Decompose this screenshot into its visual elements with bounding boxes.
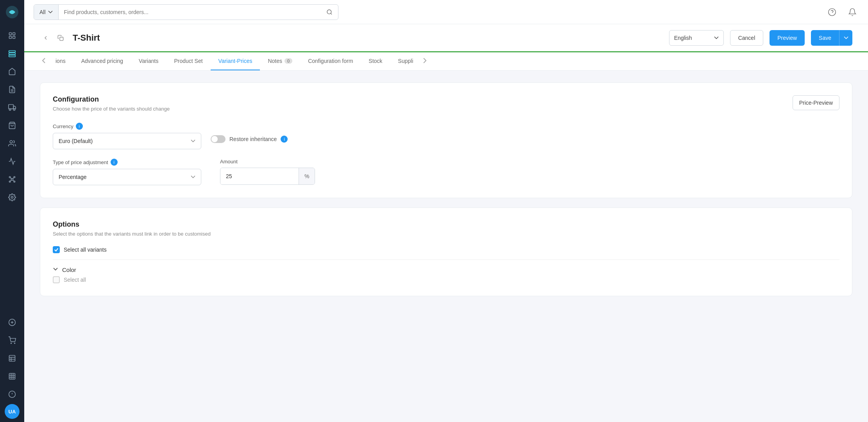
type-group: Type of price adjustment i Percentage (53, 159, 201, 185)
main-area: All (24, 0, 868, 422)
svg-point-19 (14, 181, 15, 182)
tab-ions-label: ions (55, 58, 66, 64)
chevron-down-icon (48, 10, 53, 14)
svg-rect-30 (9, 356, 15, 361)
tab-stock[interactable]: Stock (361, 52, 390, 70)
restore-info-icon[interactable]: i (281, 136, 288, 143)
tabs-bar: ions Advanced pricing Variants Product S… (24, 52, 868, 71)
svg-line-43 (331, 13, 332, 14)
duplicate-button[interactable] (55, 32, 66, 44)
search-type-button[interactable]: All (34, 5, 59, 20)
sidebar-item-reports1[interactable] (4, 350, 20, 367)
page-body: Configuration Choose how the price of th… (24, 71, 868, 422)
restore-toggle[interactable] (211, 135, 226, 143)
svg-line-20 (13, 178, 14, 179)
restore-inheritance-row: Restore inheritance i (211, 135, 288, 143)
type-info-icon[interactable]: i (111, 159, 118, 166)
preview-button[interactable]: Preview (770, 30, 805, 46)
svg-rect-3 (9, 36, 12, 39)
sidebar-item-reports2[interactable] (4, 368, 20, 384)
svg-point-29 (14, 343, 15, 344)
save-dropdown-button[interactable] (839, 30, 852, 46)
help-icon-button[interactable] (826, 6, 838, 18)
tab-variant-prices[interactable]: Variant-Prices (211, 52, 260, 70)
tab-next-arrow[interactable] (421, 52, 429, 70)
type-amount-row: Type of price adjustment i Percentage Am… (53, 159, 839, 185)
sidebar-item-promotions[interactable] (4, 153, 20, 170)
tab-advanced-pricing[interactable]: Advanced pricing (73, 52, 131, 70)
svg-line-23 (13, 180, 14, 181)
toggle-knob (211, 136, 218, 142)
notification-icon-button[interactable] (846, 6, 859, 18)
svg-rect-34 (9, 374, 15, 379)
sidebar-item-help[interactable] (4, 386, 20, 402)
language-chevron-icon (714, 36, 719, 39)
sidebar-item-catalog[interactable] (4, 45, 20, 62)
save-button[interactable]: Save (811, 30, 839, 46)
back-button[interactable] (40, 32, 52, 44)
tab-ions[interactable]: ions (48, 52, 73, 70)
tab-advanced-pricing-label: Advanced pricing (81, 58, 123, 64)
tab-configuration-form-label: Configuration form (308, 58, 353, 64)
color-section: Color Select all (53, 259, 839, 283)
top-bar: All (24, 0, 868, 24)
color-chevron-icon[interactable] (53, 266, 58, 273)
tab-variant-prices-label: Variant-Prices (218, 58, 252, 64)
sidebar-item-dashboard[interactable] (4, 27, 20, 44)
sidebar-item-delivery[interactable] (4, 99, 20, 116)
sidebar-item-content[interactable] (4, 81, 20, 98)
color-select-all-checkbox[interactable] (53, 276, 60, 283)
configuration-card-info: Configuration Choose how the price of th… (53, 95, 170, 112)
sidebar-item-store[interactable] (4, 332, 20, 349)
chevron-left-icon (43, 35, 49, 41)
page-header: T-Shirt English Cancel Preview Save (24, 24, 868, 52)
currency-select[interactable]: Euro (Default) (53, 133, 201, 149)
notes-badge: 0 (285, 58, 292, 64)
select-all-variants-row: Select all variants (53, 246, 839, 253)
configuration-card-subtitle: Choose how the price of the variants sho… (53, 106, 170, 112)
sidebar-item-integrations[interactable] (4, 171, 20, 188)
svg-point-42 (327, 10, 331, 14)
tab-notes[interactable]: Notes 0 (260, 52, 300, 70)
color-title: Color (62, 266, 76, 273)
amount-group: Amount % (220, 159, 315, 185)
tab-configuration-form[interactable]: Configuration form (300, 52, 361, 70)
sidebar-item-add[interactable] (4, 314, 20, 331)
amount-input[interactable] (220, 168, 299, 184)
tab-suppli-label: Suppli (398, 58, 413, 64)
tab-variants[interactable]: Variants (131, 52, 166, 70)
sidebar-item-settings[interactable] (4, 189, 20, 206)
price-preview-button[interactable]: Price-Preview (793, 95, 839, 110)
svg-rect-46 (60, 37, 63, 41)
tab-suppli[interactable]: Suppli (390, 52, 421, 70)
svg-point-17 (9, 177, 11, 178)
currency-group: Currency i Euro (Default) (53, 123, 201, 149)
sidebar-item-orders[interactable] (4, 117, 20, 134)
svg-point-14 (10, 141, 13, 143)
svg-point-12 (13, 109, 15, 110)
sidebar-item-customers[interactable] (4, 135, 20, 152)
color-select-all-row: Select all (53, 276, 839, 283)
svg-point-24 (11, 197, 13, 198)
sidebar-bottom: UA (4, 311, 20, 422)
tab-product-set[interactable]: Product Set (166, 52, 210, 70)
amount-label: Amount (220, 159, 315, 165)
select-all-checkbox[interactable] (53, 246, 60, 253)
page-nav-icons (40, 32, 66, 44)
search-button[interactable] (321, 5, 338, 20)
svg-line-22 (11, 180, 11, 181)
page-title: T-Shirt (73, 33, 100, 43)
sidebar-logo[interactable] (0, 0, 24, 24)
svg-line-21 (11, 178, 11, 179)
language-select[interactable]: English (669, 30, 724, 46)
svg-point-16 (14, 177, 15, 178)
tab-prev-arrow[interactable] (40, 52, 48, 70)
type-select[interactable]: Percentage (53, 169, 201, 185)
avatar[interactable]: UA (5, 404, 20, 419)
search-input[interactable] (59, 5, 321, 20)
sidebar-item-inventory[interactable] (4, 63, 20, 80)
amount-unit: % (299, 168, 315, 184)
type-label: Type of price adjustment i (53, 159, 201, 166)
currency-info-icon[interactable]: i (76, 123, 83, 130)
cancel-button[interactable]: Cancel (730, 30, 764, 46)
